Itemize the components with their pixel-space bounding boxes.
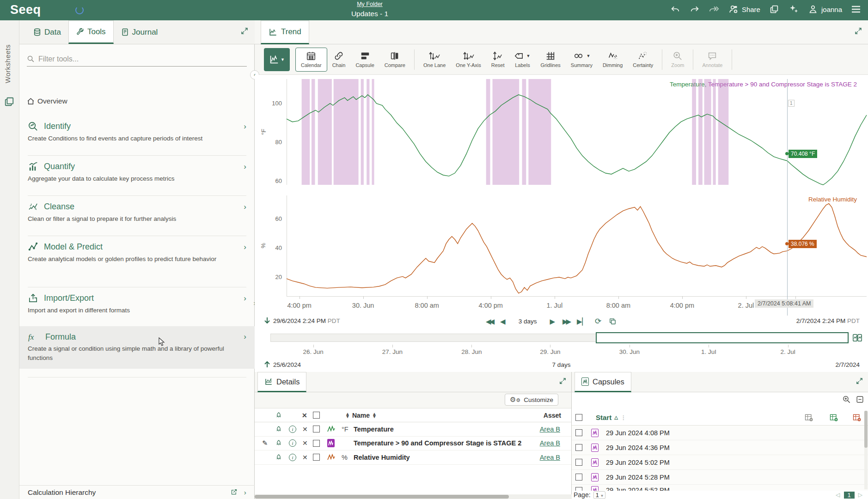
toolbar-button-compare[interactable]: Compare bbox=[379, 48, 410, 72]
overview-link[interactable]: Overview bbox=[27, 97, 67, 105]
toolbar-button-capsule[interactable]: Capsule bbox=[350, 48, 379, 72]
item-name[interactable]: Temperature > 90 and Compressor Stage is… bbox=[354, 437, 521, 450]
page-next-icon[interactable]: ▷ bbox=[858, 492, 862, 498]
tool-item-identify[interactable]: Identify›Create Conditions to find event… bbox=[19, 116, 255, 150]
capsule-checkbox[interactable] bbox=[575, 455, 582, 469]
page-select[interactable]: 1 ▾ bbox=[593, 491, 605, 499]
capsules-scrollbar[interactable] bbox=[864, 411, 868, 489]
collapse-panel-icon[interactable] bbox=[856, 395, 864, 404]
investigate-range-end[interactable]: 2/7/2024 bbox=[835, 361, 860, 368]
undo-icon[interactable] bbox=[670, 4, 681, 15]
capsule-row[interactable]: 29 Jun 2024 4:36 PM bbox=[572, 440, 868, 455]
toolbar-button-calendar[interactable]: Calendar bbox=[295, 48, 327, 72]
hamburger-menu-icon[interactable] bbox=[850, 4, 862, 15]
tool-item-quantify[interactable]: Quantify›Aggregate your data to calculat… bbox=[19, 156, 255, 190]
calculation-hierarchy-footer[interactable]: Calculation Hierarchy › bbox=[19, 485, 255, 499]
details-horizontal-scrollbar[interactable] bbox=[255, 494, 572, 499]
filter-tools-field[interactable] bbox=[27, 52, 247, 67]
page-number-active[interactable]: 1 bbox=[844, 492, 855, 499]
step-back-fast-icon[interactable]: ◀◀ bbox=[486, 317, 493, 326]
sidebar-tab-journal[interactable]: Journal bbox=[114, 20, 165, 44]
tab-details[interactable]: Details bbox=[257, 372, 306, 392]
capsule-row[interactable]: 29 Jun 2024 5:28 PM bbox=[572, 470, 868, 485]
row-checkbox[interactable] bbox=[313, 450, 320, 464]
display-range-start[interactable]: 29/6/2024 2:24 PM PDT bbox=[273, 317, 340, 324]
display-range-end[interactable]: 2/7/2024 2:24 PM PDT bbox=[796, 317, 860, 324]
sidebar-tab-data[interactable]: Data bbox=[26, 20, 68, 44]
details-expand-icon[interactable] bbox=[559, 377, 567, 385]
capsules-select-all-checkbox[interactable] bbox=[575, 410, 582, 425]
zoom-capsule-icon[interactable] bbox=[842, 395, 851, 404]
toolbar-button-dimming[interactable]: Dimming bbox=[598, 48, 628, 72]
asset-link[interactable]: Area B bbox=[540, 450, 560, 464]
item-name[interactable]: Relative Humidity bbox=[354, 450, 410, 464]
toolbar-button-chain[interactable]: Chain bbox=[327, 48, 351, 72]
details-row[interactable]: i✕°FTemperatureArea B bbox=[255, 422, 571, 437]
refresh-icon[interactable]: ⟳ bbox=[595, 316, 601, 326]
name-column-header[interactable]: ▲▼ Name ▲▼ bbox=[345, 408, 377, 422]
user-menu[interactable]: joanna bbox=[807, 4, 842, 15]
details-row[interactable]: i✕%Relative HumidityArea B bbox=[255, 450, 571, 465]
humidity-chart[interactable] bbox=[287, 195, 867, 296]
rocket-column-icon[interactable] bbox=[275, 408, 282, 422]
sidebar-tab-tools[interactable]: Tools bbox=[68, 20, 114, 44]
toolbar-button-reset[interactable]: Reset bbox=[486, 48, 510, 72]
toolbar-button-gridlines[interactable]: Gridlines bbox=[535, 48, 565, 72]
asset-link[interactable]: Area B bbox=[540, 437, 560, 450]
remove-icon[interactable]: ✕ bbox=[302, 450, 308, 464]
toolbar-button-trend-type[interactable]: ▼ bbox=[264, 48, 290, 71]
details-row[interactable]: ✎i✕Temperature > 90 and Compressor Stage… bbox=[255, 437, 571, 451]
sidebar-expand-icon[interactable] bbox=[240, 27, 249, 35]
add-column-grey-icon[interactable] bbox=[804, 410, 813, 425]
ai-assistant-icon[interactable] bbox=[788, 4, 799, 15]
tool-item-formula[interactable]: fxFormula›Create a signal or condition u… bbox=[19, 326, 255, 369]
remove-all-icon[interactable]: ✕ bbox=[302, 408, 307, 422]
asset-column-header[interactable]: Asset bbox=[544, 408, 561, 422]
open-external-icon[interactable] bbox=[231, 488, 238, 497]
add-column-green-icon[interactable] bbox=[829, 410, 838, 425]
slider-capsule-toggle-icon[interactable] bbox=[852, 333, 862, 343]
capsules-expand-icon[interactable] bbox=[856, 377, 863, 385]
share-button[interactable]: Share bbox=[728, 4, 760, 15]
duration-label[interactable]: 3 days bbox=[513, 318, 543, 325]
capsule-checkbox[interactable] bbox=[575, 426, 582, 440]
step-forward-icon[interactable]: ▶ bbox=[550, 317, 555, 326]
capsule-checkbox[interactable] bbox=[575, 470, 582, 484]
chevron-right-icon[interactable]: › bbox=[244, 488, 246, 497]
tool-item-cleanse[interactable]: Cleanse›Clean or filter a signal to prep… bbox=[19, 196, 255, 230]
row-checkbox[interactable] bbox=[313, 422, 320, 436]
worksheets-rail[interactable]: Worksheets bbox=[0, 20, 19, 499]
tool-item-import-export[interactable]: Import/Export›Import and export in diffe… bbox=[19, 287, 255, 322]
page-prev-icon[interactable]: ◁ bbox=[836, 492, 840, 498]
forward-history-icon[interactable] bbox=[709, 4, 720, 15]
step-forward-fast-icon[interactable]: ▶▶ bbox=[562, 317, 569, 326]
filter-tools-input[interactable] bbox=[38, 55, 232, 63]
info-icon[interactable]: i bbox=[289, 450, 296, 464]
capsule-row[interactable]: 29 Jun 2024 5:02 PM bbox=[572, 455, 868, 470]
temperature-chart[interactable] bbox=[287, 79, 867, 185]
tab-trend[interactable]: Trend bbox=[261, 20, 309, 44]
toolbar-button-one-lane[interactable]: One Lane bbox=[418, 48, 451, 72]
item-name[interactable]: Temperature bbox=[354, 422, 394, 436]
select-all-checkbox[interactable] bbox=[313, 408, 320, 422]
info-icon[interactable]: i bbox=[289, 422, 296, 436]
toolbar-button-summary[interactable]: ▼Summary bbox=[566, 48, 598, 72]
worksheets-overview-icon[interactable] bbox=[769, 4, 780, 15]
tool-item-model-predict[interactable]: Model & Predict›Create analytical models… bbox=[19, 236, 255, 270]
remove-icon[interactable]: ✕ bbox=[302, 422, 308, 436]
toolbar-button-certainty[interactable]: Certainty bbox=[628, 48, 658, 72]
capsule-row[interactable]: 29 Jun 2024 4:08 PM bbox=[572, 426, 868, 440]
range-slider-selection[interactable] bbox=[596, 332, 849, 343]
redo-icon[interactable] bbox=[689, 4, 700, 15]
rocket-icon[interactable] bbox=[275, 437, 282, 450]
remove-icon[interactable]: ✕ bbox=[302, 437, 308, 450]
trend-expand-icon[interactable] bbox=[854, 27, 862, 35]
toolbar-button-annotate[interactable]: Annotate bbox=[697, 48, 727, 72]
toolbar-button-labels[interactable]: ▼Labels bbox=[510, 48, 536, 72]
row-checkbox[interactable] bbox=[313, 437, 320, 450]
toolbar-button-zoom[interactable]: Zoom bbox=[666, 48, 689, 72]
step-to-end-icon[interactable]: ▶▏ bbox=[577, 317, 587, 326]
asset-link[interactable]: Area B bbox=[540, 422, 560, 436]
customize-button[interactable]: ⚙⚙ Customize bbox=[505, 394, 558, 406]
add-column-red-icon[interactable] bbox=[852, 410, 862, 425]
